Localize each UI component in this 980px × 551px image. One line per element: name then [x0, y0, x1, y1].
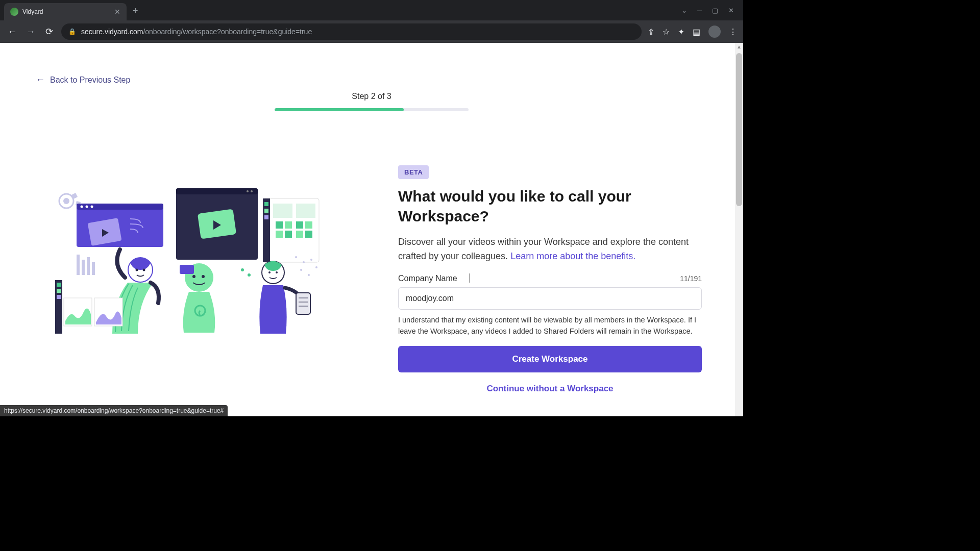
- back-icon[interactable]: ←: [6, 27, 18, 37]
- url-text: secure.vidyard.com/onboarding/workspace?…: [81, 28, 312, 36]
- forward-icon[interactable]: →: [24, 27, 37, 37]
- create-workspace-button[interactable]: Create Workspace: [398, 346, 702, 372]
- new-tab-button[interactable]: +: [133, 6, 138, 16]
- back-link-label: Back to Previous Step: [50, 76, 130, 85]
- svg-rect-29: [305, 231, 312, 238]
- scrollbar-thumb[interactable]: [736, 53, 742, 206]
- svg-point-6: [91, 206, 93, 208]
- address-bar[interactable]: 🔒 secure.vidyard.com/onboarding/workspac…: [61, 23, 642, 40]
- svg-rect-3: [77, 204, 163, 210]
- svg-rect-18: [264, 209, 268, 213]
- svg-point-60: [315, 266, 317, 268]
- profile-avatar[interactable]: [708, 26, 721, 38]
- svg-rect-53: [87, 257, 90, 275]
- learn-more-link[interactable]: Learn more about the benefits.: [510, 251, 635, 261]
- svg-rect-19: [264, 215, 268, 219]
- svg-rect-22: [276, 221, 283, 229]
- svg-point-57: [310, 259, 312, 261]
- svg-rect-28: [296, 231, 303, 238]
- browser-tab-strip: Vidyard ✕ + ⌄ ─ ▢ ✕: [0, 0, 743, 20]
- reload-icon[interactable]: ⟳: [43, 26, 55, 37]
- svg-rect-52: [82, 260, 85, 275]
- tab-dropdown-icon[interactable]: ⌄: [681, 7, 687, 14]
- workspace-form: BETA What would you like to call your Wo…: [398, 165, 702, 394]
- svg-rect-26: [296, 221, 303, 229]
- svg-point-32: [143, 269, 145, 271]
- char-count: 11/191: [680, 274, 702, 283]
- url-path: /onboarding/workspace?onboarding=true&gu…: [143, 28, 312, 36]
- svg-point-1: [63, 198, 69, 204]
- toolbar-icons: ⇪ ☆ ✦ ▤ ⋮: [648, 26, 737, 38]
- browser-toolbar: ← → ⟳ 🔒 secure.vidyard.com/onboarding/wo…: [0, 20, 743, 43]
- svg-rect-17: [264, 202, 268, 206]
- lock-icon: 🔒: [68, 28, 76, 35]
- svg-rect-24: [276, 231, 283, 238]
- progress-bar: [275, 108, 469, 111]
- svg-point-59: [308, 274, 310, 276]
- svg-rect-41: [296, 293, 310, 314]
- tab-title: Vidyard: [22, 8, 110, 15]
- svg-rect-10: [176, 188, 258, 194]
- minimize-icon[interactable]: ─: [697, 7, 702, 14]
- bookmark-icon[interactable]: ☆: [663, 27, 670, 37]
- url-domain: secure.vidyard.com: [81, 28, 143, 36]
- svg-rect-25: [285, 231, 292, 238]
- svg-rect-54: [92, 262, 95, 275]
- step-label: Step 2 of 3: [275, 92, 469, 101]
- svg-rect-16: [263, 198, 270, 262]
- scroll-up-icon[interactable]: ▲: [737, 44, 742, 49]
- svg-rect-45: [55, 280, 62, 334]
- favicon-icon: [10, 8, 18, 16]
- continue-without-workspace-link[interactable]: Continue without a Workspace: [398, 384, 702, 394]
- page-description: Discover all your videos within your Wor…: [398, 235, 702, 264]
- svg-point-40: [276, 271, 278, 273]
- svg-rect-37: [180, 265, 194, 274]
- close-window-icon[interactable]: ✕: [728, 7, 734, 14]
- svg-point-61: [241, 268, 244, 271]
- text-cursor-icon: [470, 273, 470, 283]
- arrow-left-icon: ←: [36, 74, 45, 85]
- back-to-previous-step[interactable]: ← Back to Previous Step: [36, 74, 130, 85]
- progress-fill: [275, 108, 404, 111]
- svg-point-55: [295, 256, 297, 258]
- share-icon[interactable]: ⇪: [648, 27, 654, 37]
- svg-rect-47: [57, 289, 61, 293]
- side-panel-icon[interactable]: ▤: [693, 27, 700, 37]
- svg-rect-46: [57, 283, 61, 287]
- workspace-illustration: [41, 181, 327, 349]
- page-heading: What would you like to call your Workspa…: [398, 186, 702, 226]
- company-name-input[interactable]: [398, 287, 702, 310]
- svg-rect-27: [305, 221, 312, 229]
- extensions-icon[interactable]: ✦: [678, 27, 684, 37]
- progress-indicator: Step 2 of 3: [275, 92, 469, 111]
- svg-rect-23: [285, 221, 292, 229]
- svg-point-56: [303, 261, 305, 263]
- svg-rect-20: [273, 204, 292, 218]
- maximize-icon[interactable]: ▢: [712, 7, 718, 14]
- svg-point-62: [248, 273, 251, 277]
- menu-icon[interactable]: ⋮: [729, 27, 737, 37]
- svg-point-35: [202, 275, 205, 278]
- window-controls: ⌄ ─ ▢ ✕: [681, 7, 743, 20]
- svg-rect-48: [57, 295, 61, 299]
- svg-point-58: [300, 269, 302, 271]
- svg-point-31: [136, 269, 138, 271]
- field-label-row: Company Name 11/191: [398, 274, 702, 283]
- beta-badge: BETA: [398, 165, 429, 179]
- svg-point-12: [247, 190, 249, 192]
- company-name-label: Company Name: [398, 274, 457, 283]
- status-bar: https://secure.vidyard.com/onboarding/wo…: [0, 405, 228, 416]
- page-content: ▲ ← Back to Previous Step Step 2 of 3: [0, 43, 743, 416]
- svg-point-34: [192, 275, 195, 278]
- svg-point-11: [251, 190, 253, 192]
- close-tab-icon[interactable]: ✕: [114, 8, 120, 16]
- svg-rect-21: [296, 204, 315, 218]
- svg-rect-51: [77, 255, 80, 275]
- svg-point-39: [268, 271, 271, 273]
- svg-point-4: [81, 206, 83, 208]
- svg-point-5: [86, 206, 88, 208]
- disclaimer-text: I understand that my existing content wi…: [398, 315, 702, 337]
- scrollbar[interactable]: ▲: [735, 43, 743, 416]
- browser-tab[interactable]: Vidyard ✕: [4, 3, 127, 20]
